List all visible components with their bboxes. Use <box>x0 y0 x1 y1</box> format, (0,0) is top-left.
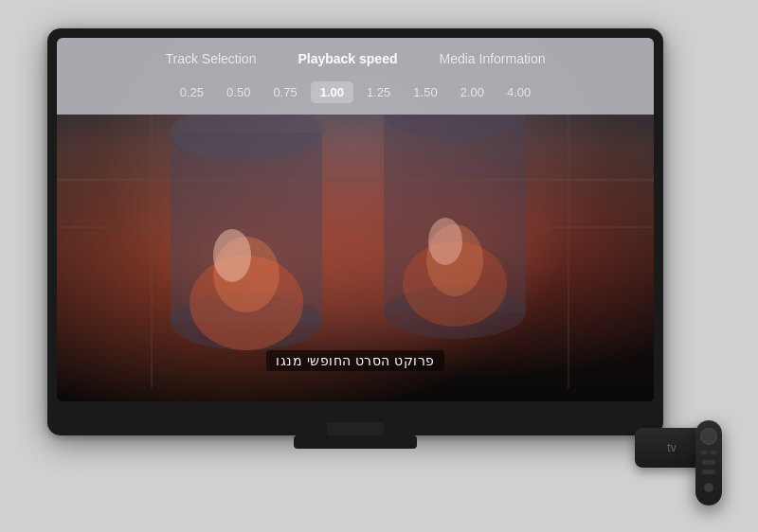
svg-point-14 <box>213 229 251 282</box>
speed-1-25[interactable]: 1.25 <box>357 81 400 103</box>
tv-body: Track Selection Playback speed Media Inf… <box>47 28 663 435</box>
apple-tv-remote[interactable] <box>695 420 722 505</box>
remote-volume-down[interactable] <box>702 470 715 474</box>
tab-media-information[interactable]: Media Information <box>418 47 566 70</box>
tv-stand-neck <box>327 422 384 435</box>
tab-row: Track Selection Playback speed Media Inf… <box>57 38 654 78</box>
speed-1-00[interactable]: 1.00 <box>311 81 353 103</box>
remote-siri-button[interactable] <box>704 483 713 492</box>
tv-stand-base <box>294 435 417 449</box>
speed-1-50[interactable]: 1.50 <box>404 81 446 103</box>
remote-play-button[interactable] <box>710 451 717 454</box>
speed-0-50[interactable]: 0.50 <box>217 81 260 103</box>
scene: Track Selection Playback speed Media Inf… <box>0 0 758 532</box>
subtitle-bar: פרוקט הסרט החופשי מנגו <box>57 350 654 371</box>
remote-touchpad[interactable] <box>700 428 717 445</box>
tab-playback-speed[interactable]: Playback speed <box>277 47 418 70</box>
tab-track-selection[interactable]: Track Selection <box>144 47 277 70</box>
remote-menu-button[interactable] <box>700 451 708 454</box>
apple-tv-logo: tv <box>667 441 676 454</box>
speed-0-75[interactable]: 0.75 <box>263 81 306 103</box>
speed-2-00[interactable]: 2.00 <box>451 81 494 103</box>
remote-volume-up[interactable] <box>702 460 715 465</box>
subtitle-text: פרוקט הסרט החופשי מנגו <box>266 350 444 371</box>
speed-0-25[interactable]: 0.25 <box>171 81 213 103</box>
speed-4-00[interactable]: 4.00 <box>497 81 540 103</box>
speed-row: 0.25 0.50 0.75 1.00 1.25 1.50 2.00 4.00 <box>57 78 654 115</box>
tv-screen: Track Selection Playback speed Media Inf… <box>57 38 654 401</box>
svg-point-15 <box>428 218 462 265</box>
overlay-menu: Track Selection Playback speed Media Inf… <box>57 38 654 115</box>
